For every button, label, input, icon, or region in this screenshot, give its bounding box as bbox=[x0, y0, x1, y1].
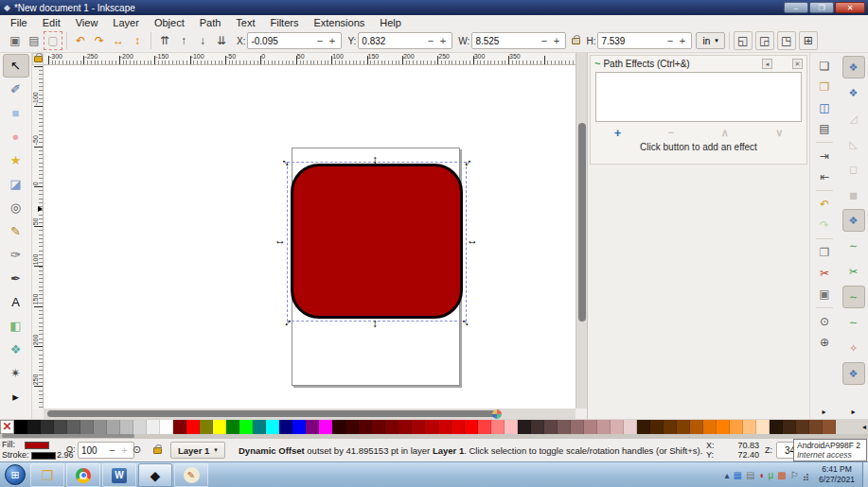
move-effect-down-button[interactable]: ∨ bbox=[775, 127, 783, 139]
color-swatch[interactable] bbox=[67, 420, 80, 434]
snap-nodes-toggle[interactable]: ❖ bbox=[842, 209, 865, 232]
color-swatch[interactable] bbox=[200, 420, 213, 434]
import-icon[interactable]: ⇥ bbox=[814, 146, 835, 166]
vertical-scrollbar-thumb[interactable] bbox=[578, 123, 586, 322]
select-all-icon[interactable]: ▣ bbox=[6, 31, 25, 50]
color-swatch[interactable] bbox=[399, 420, 412, 434]
color-swatch[interactable] bbox=[438, 420, 452, 434]
add-effect-button[interactable]: + bbox=[614, 126, 622, 140]
minimize-button[interactable]: – bbox=[784, 2, 808, 13]
menu-item[interactable]: Extensions bbox=[306, 17, 372, 28]
color-swatch[interactable] bbox=[677, 420, 690, 434]
pencil-tool[interactable]: ✎ bbox=[3, 219, 29, 243]
color-swatch[interactable] bbox=[306, 420, 319, 434]
color-swatch[interactable] bbox=[505, 420, 518, 434]
units-dropdown[interactable]: in ▾ bbox=[696, 32, 724, 49]
color-swatch[interactable] bbox=[558, 420, 571, 434]
selector-tool[interactable]: ↖ bbox=[3, 54, 29, 78]
spiral-tool[interactable]: ◎ bbox=[3, 196, 29, 219]
move-patterns-toggle-icon[interactable]: ⊞ bbox=[799, 31, 818, 50]
text-tool[interactable]: A bbox=[3, 290, 29, 314]
color-swatch[interactable] bbox=[597, 420, 611, 434]
scale-handle-e[interactable]: ↔ bbox=[466, 234, 479, 247]
commands-overflow-icon[interactable]: ▸ bbox=[809, 408, 839, 416]
calligraphy-tool[interactable]: ✒ bbox=[3, 267, 29, 290]
snap-bounding-box-toggle[interactable]: ❖ bbox=[842, 81, 865, 104]
color-swatch[interactable] bbox=[770, 420, 783, 434]
color-swatch[interactable] bbox=[385, 420, 399, 434]
color-swatch[interactable] bbox=[80, 420, 94, 434]
color-swatch[interactable] bbox=[412, 420, 425, 434]
close-button[interactable]: ✕ bbox=[835, 2, 865, 13]
y-increment[interactable]: + bbox=[436, 35, 449, 46]
color-swatch[interactable] bbox=[809, 420, 823, 434]
color-swatch[interactable] bbox=[266, 420, 279, 434]
export-icon[interactable]: ⇤ bbox=[814, 166, 835, 187]
color-swatch[interactable] bbox=[173, 420, 186, 434]
color-swatch[interactable] bbox=[783, 420, 796, 434]
taskbar-clock[interactable]: 6:41 PM 6/27/2021 bbox=[813, 464, 860, 485]
scale-handle-s[interactable]: ↕ bbox=[368, 317, 381, 330]
color-swatch[interactable] bbox=[624, 420, 637, 434]
width-increment[interactable]: + bbox=[550, 35, 562, 46]
color-swatch[interactable] bbox=[465, 420, 478, 434]
color-swatch[interactable] bbox=[743, 420, 756, 434]
snap-paths-toggle[interactable]: ∼ bbox=[842, 235, 865, 257]
menu-item[interactable]: Path bbox=[192, 17, 229, 28]
snap-cusp-nodes-toggle[interactable]: ∼ bbox=[842, 286, 865, 308]
y-input[interactable]: 0.832 − + bbox=[358, 32, 452, 49]
stroke-swatch[interactable] bbox=[31, 452, 56, 460]
snap-bbox-corners-toggle[interactable]: ◺ bbox=[842, 132, 865, 155]
raise-to-top-icon[interactable]: ⇈ bbox=[155, 31, 174, 50]
move-effect-up-button[interactable]: ∧ bbox=[721, 127, 729, 139]
select-all-layers-icon[interactable]: ▤ bbox=[25, 31, 44, 50]
effect-list[interactable] bbox=[595, 72, 802, 122]
lower-to-bottom-icon[interactable]: ⇊ bbox=[212, 31, 231, 50]
height-input[interactable]: 7.539 − + bbox=[597, 32, 692, 49]
opacity-input[interactable]: 100 − + bbox=[78, 442, 134, 459]
vertical-scrollbar[interactable] bbox=[576, 53, 587, 409]
tray-hidden-icons[interactable]: ▴ bbox=[725, 470, 730, 480]
color-swatch[interactable] bbox=[611, 420, 624, 434]
menu-item[interactable]: Edit bbox=[35, 17, 68, 28]
snap-bbox-edges-toggle[interactable]: ◿ bbox=[842, 107, 865, 130]
x-input[interactable]: -0.095 − + bbox=[247, 32, 342, 49]
color-swatch[interactable] bbox=[637, 420, 650, 434]
color-swatch[interactable] bbox=[41, 420, 54, 434]
color-swatch[interactable] bbox=[226, 420, 239, 434]
flip-horizontal-icon[interactable]: ↔ bbox=[109, 31, 128, 50]
x-decrement[interactable]: − bbox=[313, 35, 326, 46]
tray-color-app-icon[interactable]: ▩ bbox=[777, 470, 786, 480]
opacity-decrement[interactable]: − bbox=[106, 444, 118, 456]
zoom-page-icon[interactable]: ⊕ bbox=[814, 332, 835, 353]
snap-path-intersections-toggle[interactable]: ✂ bbox=[842, 260, 865, 283]
no-color-swatch[interactable]: ✕ bbox=[0, 420, 14, 434]
undo-icon[interactable]: ↶ bbox=[814, 194, 835, 215]
color-swatch[interactable] bbox=[531, 420, 544, 434]
print-icon[interactable]: ▤ bbox=[814, 118, 835, 139]
toolbox-overflow[interactable]: ▸ bbox=[3, 385, 29, 409]
gradient-tool[interactable]: ◧ bbox=[3, 314, 29, 338]
layer-visibility-icon[interactable]: ⊙ bbox=[133, 444, 141, 456]
color-swatch[interactable] bbox=[107, 420, 120, 434]
snap-midpoints-toggle[interactable]: ✧ bbox=[842, 337, 865, 359]
color-swatch[interactable] bbox=[571, 420, 584, 434]
separator[interactable] bbox=[816, 307, 833, 308]
menu-item[interactable]: View bbox=[68, 17, 106, 28]
color-swatch[interactable] bbox=[239, 420, 253, 434]
snap-overflow-icon[interactable]: ▸ bbox=[839, 408, 868, 416]
color-swatch[interactable] bbox=[14, 420, 27, 434]
paste-icon[interactable]: ▣ bbox=[814, 284, 835, 304]
guide-lock-icon[interactable] bbox=[34, 56, 43, 62]
separator[interactable] bbox=[816, 238, 833, 239]
color-swatch[interactable] bbox=[703, 420, 717, 434]
color-swatch[interactable] bbox=[690, 420, 703, 434]
color-swatch[interactable] bbox=[730, 420, 743, 434]
rotate-cw-icon[interactable]: ↷ bbox=[90, 31, 109, 50]
color-swatch[interactable] bbox=[584, 420, 597, 434]
color-swatch[interactable] bbox=[186, 420, 200, 434]
color-swatch[interactable] bbox=[425, 420, 438, 434]
color-swatch[interactable] bbox=[253, 420, 266, 434]
height-increment[interactable]: + bbox=[676, 35, 688, 46]
scale-handle-n[interactable]: ↕ bbox=[368, 153, 381, 166]
